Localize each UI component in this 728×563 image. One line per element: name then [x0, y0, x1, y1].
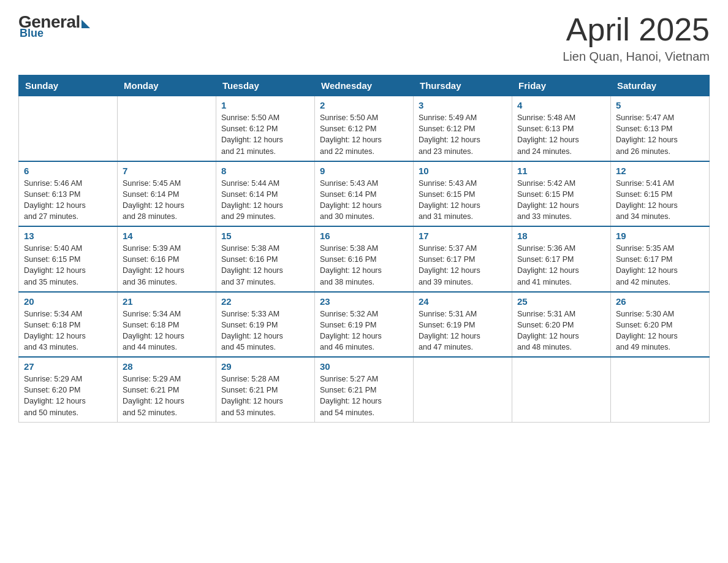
calendar-cell: 5Sunrise: 5:47 AM Sunset: 6:13 PM Daylig…	[611, 96, 710, 161]
day-info: Sunrise: 5:36 AM Sunset: 6:17 PM Dayligh…	[517, 243, 605, 288]
day-number: 15	[221, 231, 309, 241]
calendar-cell: 10Sunrise: 5:43 AM Sunset: 6:15 PM Dayli…	[414, 161, 512, 227]
day-number: 10	[419, 166, 507, 176]
day-number: 24	[419, 296, 507, 307]
day-number: 22	[221, 296, 309, 307]
day-info: Sunrise: 5:43 AM Sunset: 6:15 PM Dayligh…	[419, 178, 507, 223]
calendar-cell: 22Sunrise: 5:33 AM Sunset: 6:19 PM Dayli…	[216, 292, 315, 358]
day-info: Sunrise: 5:40 AM Sunset: 6:15 PM Dayligh…	[24, 243, 112, 288]
calendar-cell	[414, 357, 512, 422]
title-block: April 2025 Lien Quan, Hanoi, Vietnam	[563, 12, 710, 64]
column-header-wednesday: Wednesday	[315, 75, 414, 96]
calendar-week-row: 6Sunrise: 5:46 AM Sunset: 6:13 PM Daylig…	[19, 161, 710, 227]
calendar-cell: 8Sunrise: 5:44 AM Sunset: 6:14 PM Daylig…	[216, 161, 315, 227]
day-info: Sunrise: 5:39 AM Sunset: 6:16 PM Dayligh…	[123, 243, 211, 288]
location-subtitle: Lien Quan, Hanoi, Vietnam	[563, 50, 710, 64]
day-number: 14	[123, 231, 211, 241]
day-info: Sunrise: 5:44 AM Sunset: 6:14 PM Dayligh…	[221, 178, 309, 223]
day-number: 25	[517, 296, 605, 307]
day-info: Sunrise: 5:32 AM Sunset: 6:19 PM Dayligh…	[320, 308, 408, 353]
calendar-cell	[611, 357, 710, 422]
calendar-cell	[19, 96, 118, 161]
day-info: Sunrise: 5:49 AM Sunset: 6:12 PM Dayligh…	[419, 112, 507, 157]
day-number: 19	[616, 231, 704, 241]
day-info: Sunrise: 5:27 AM Sunset: 6:21 PM Dayligh…	[320, 373, 408, 418]
calendar-cell: 9Sunrise: 5:43 AM Sunset: 6:14 PM Daylig…	[315, 161, 414, 227]
day-info: Sunrise: 5:50 AM Sunset: 6:12 PM Dayligh…	[320, 112, 408, 157]
logo-blue-text: Blue	[20, 27, 44, 40]
day-info: Sunrise: 5:37 AM Sunset: 6:17 PM Dayligh…	[419, 243, 507, 288]
column-header-monday: Monday	[118, 75, 216, 96]
calendar-table: SundayMondayTuesdayWednesdayThursdayFrid…	[18, 75, 710, 423]
day-number: 30	[320, 361, 408, 372]
calendar-cell: 24Sunrise: 5:31 AM Sunset: 6:19 PM Dayli…	[414, 292, 512, 358]
calendar-cell: 27Sunrise: 5:29 AM Sunset: 6:20 PM Dayli…	[19, 357, 118, 422]
calendar-cell: 13Sunrise: 5:40 AM Sunset: 6:15 PM Dayli…	[19, 226, 118, 292]
calendar-cell: 11Sunrise: 5:42 AM Sunset: 6:15 PM Dayli…	[512, 161, 611, 227]
calendar-week-row: 1Sunrise: 5:50 AM Sunset: 6:12 PM Daylig…	[19, 96, 710, 161]
calendar-cell: 7Sunrise: 5:45 AM Sunset: 6:14 PM Daylig…	[118, 161, 216, 227]
day-number: 7	[123, 166, 211, 176]
calendar-cell: 25Sunrise: 5:31 AM Sunset: 6:20 PM Dayli…	[512, 292, 611, 358]
day-number: 26	[616, 296, 704, 307]
day-number: 5	[616, 100, 704, 110]
calendar-cell: 28Sunrise: 5:29 AM Sunset: 6:21 PM Dayli…	[118, 357, 216, 422]
logo: General Blue	[18, 12, 90, 40]
day-number: 23	[320, 296, 408, 307]
calendar-cell: 17Sunrise: 5:37 AM Sunset: 6:17 PM Dayli…	[414, 226, 512, 292]
calendar-cell: 15Sunrise: 5:38 AM Sunset: 6:16 PM Dayli…	[216, 226, 315, 292]
day-info: Sunrise: 5:46 AM Sunset: 6:13 PM Dayligh…	[24, 178, 112, 223]
calendar-cell	[118, 96, 216, 161]
day-info: Sunrise: 5:45 AM Sunset: 6:14 PM Dayligh…	[123, 178, 211, 223]
day-number: 16	[320, 231, 408, 241]
calendar-cell: 30Sunrise: 5:27 AM Sunset: 6:21 PM Dayli…	[315, 357, 414, 422]
day-info: Sunrise: 5:29 AM Sunset: 6:20 PM Dayligh…	[24, 373, 112, 418]
column-header-tuesday: Tuesday	[216, 75, 315, 96]
logo-arrow-icon	[82, 20, 90, 28]
month-year-title: April 2025	[563, 12, 710, 47]
day-number: 1	[221, 100, 309, 110]
day-number: 4	[517, 100, 605, 110]
calendar-cell	[512, 357, 611, 422]
calendar-cell: 6Sunrise: 5:46 AM Sunset: 6:13 PM Daylig…	[19, 161, 118, 227]
calendar-week-row: 27Sunrise: 5:29 AM Sunset: 6:20 PM Dayli…	[19, 357, 710, 422]
day-number: 6	[24, 166, 112, 176]
calendar-week-row: 13Sunrise: 5:40 AM Sunset: 6:15 PM Dayli…	[19, 226, 710, 292]
day-info: Sunrise: 5:34 AM Sunset: 6:18 PM Dayligh…	[123, 308, 211, 353]
calendar-cell: 16Sunrise: 5:38 AM Sunset: 6:16 PM Dayli…	[315, 226, 414, 292]
day-number: 9	[320, 166, 408, 176]
day-info: Sunrise: 5:43 AM Sunset: 6:14 PM Dayligh…	[320, 178, 408, 223]
day-number: 8	[221, 166, 309, 176]
day-info: Sunrise: 5:35 AM Sunset: 6:17 PM Dayligh…	[616, 243, 704, 288]
day-number: 20	[24, 296, 112, 307]
day-number: 11	[517, 166, 605, 176]
day-info: Sunrise: 5:38 AM Sunset: 6:16 PM Dayligh…	[320, 243, 408, 288]
day-info: Sunrise: 5:31 AM Sunset: 6:20 PM Dayligh…	[517, 308, 605, 353]
calendar-cell: 2Sunrise: 5:50 AM Sunset: 6:12 PM Daylig…	[315, 96, 414, 161]
column-header-friday: Friday	[512, 75, 611, 96]
day-info: Sunrise: 5:50 AM Sunset: 6:12 PM Dayligh…	[221, 112, 309, 157]
day-number: 21	[123, 296, 211, 307]
day-number: 28	[123, 361, 211, 372]
calendar-cell: 12Sunrise: 5:41 AM Sunset: 6:15 PM Dayli…	[611, 161, 710, 227]
day-number: 29	[221, 361, 309, 372]
day-number: 2	[320, 100, 408, 110]
column-header-saturday: Saturday	[611, 75, 710, 96]
calendar-cell: 14Sunrise: 5:39 AM Sunset: 6:16 PM Dayli…	[118, 226, 216, 292]
calendar-cell: 21Sunrise: 5:34 AM Sunset: 6:18 PM Dayli…	[118, 292, 216, 358]
day-info: Sunrise: 5:28 AM Sunset: 6:21 PM Dayligh…	[221, 373, 309, 418]
column-header-thursday: Thursday	[414, 75, 512, 96]
day-info: Sunrise: 5:42 AM Sunset: 6:15 PM Dayligh…	[517, 178, 605, 223]
day-info: Sunrise: 5:48 AM Sunset: 6:13 PM Dayligh…	[517, 112, 605, 157]
day-info: Sunrise: 5:29 AM Sunset: 6:21 PM Dayligh…	[123, 373, 211, 418]
calendar-cell: 20Sunrise: 5:34 AM Sunset: 6:18 PM Dayli…	[19, 292, 118, 358]
day-info: Sunrise: 5:33 AM Sunset: 6:19 PM Dayligh…	[221, 308, 309, 353]
calendar-cell: 23Sunrise: 5:32 AM Sunset: 6:19 PM Dayli…	[315, 292, 414, 358]
day-number: 27	[24, 361, 112, 372]
calendar-cell: 4Sunrise: 5:48 AM Sunset: 6:13 PM Daylig…	[512, 96, 611, 161]
column-header-sunday: Sunday	[19, 75, 118, 96]
day-number: 12	[616, 166, 704, 176]
day-number: 17	[419, 231, 507, 241]
calendar-cell: 29Sunrise: 5:28 AM Sunset: 6:21 PM Dayli…	[216, 357, 315, 422]
calendar-week-row: 20Sunrise: 5:34 AM Sunset: 6:18 PM Dayli…	[19, 292, 710, 358]
